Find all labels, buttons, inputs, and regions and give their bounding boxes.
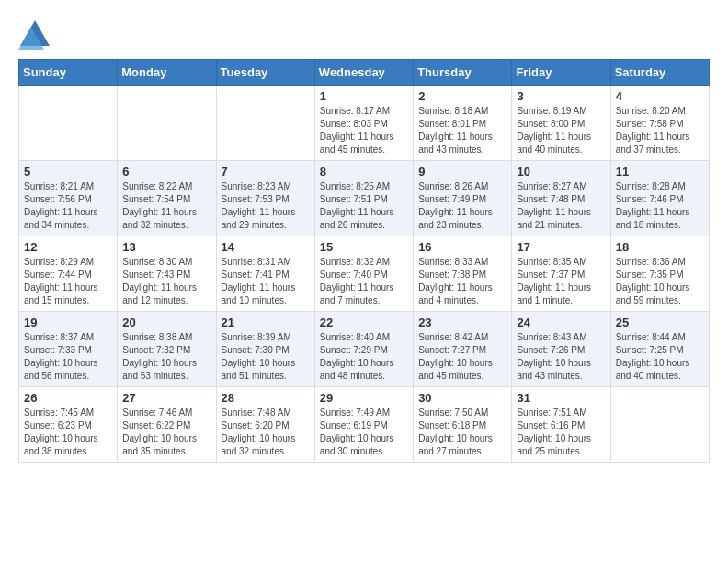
calendar-cell: 15Sunrise: 8:32 AM Sunset: 7:40 PM Dayli… [314,236,413,312]
day-number: 31 [517,391,605,405]
day-info: Sunrise: 8:31 AM Sunset: 7:41 PM Dayligh… [222,256,310,307]
calendar-cell: 10Sunrise: 8:27 AM Sunset: 7:48 PM Dayli… [512,161,610,236]
day-info: Sunrise: 8:25 AM Sunset: 7:51 PM Dayligh… [320,180,408,232]
calendar-cell: 20Sunrise: 8:38 AM Sunset: 7:32 PM Dayli… [118,312,216,387]
day-number: 26 [24,391,112,405]
day-info: Sunrise: 8:20 AM Sunset: 7:58 PM Dayligh… [616,105,704,156]
day-number: 7 [222,165,310,178]
day-info: Sunrise: 7:45 AM Sunset: 6:23 PM Dayligh… [24,407,112,458]
day-number: 22 [320,316,408,329]
day-info: Sunrise: 8:26 AM Sunset: 7:49 PM Dayligh… [418,180,506,232]
calendar-cell: 30Sunrise: 7:50 AM Sunset: 6:18 PM Dayli… [414,387,512,463]
day-info: Sunrise: 8:38 AM Sunset: 7:32 PM Dayligh… [122,331,210,383]
calendar-header-row: SundayMondayTuesdayWednesdayThursdayFrid… [19,60,710,86]
calendar-cell: 1Sunrise: 8:17 AM Sunset: 8:03 PM Daylig… [314,86,413,161]
week-row-2: 5Sunrise: 8:21 AM Sunset: 7:56 PM Daylig… [19,161,710,236]
calendar-cell: 11Sunrise: 8:28 AM Sunset: 7:46 PM Dayli… [610,161,709,236]
day-info: Sunrise: 8:40 AM Sunset: 7:29 PM Dayligh… [320,331,408,383]
calendar-cell: 24Sunrise: 8:43 AM Sunset: 7:26 PM Dayli… [512,312,610,387]
day-info: Sunrise: 8:32 AM Sunset: 7:40 PM Dayligh… [320,256,408,307]
calendar-cell: 22Sunrise: 8:40 AM Sunset: 7:29 PM Dayli… [314,312,413,387]
day-number: 29 [320,391,408,405]
day-number: 30 [418,391,506,405]
day-info: Sunrise: 8:39 AM Sunset: 7:30 PM Dayligh… [222,331,310,383]
calendar-cell: 19Sunrise: 8:37 AM Sunset: 7:33 PM Dayli… [19,312,118,387]
calendar-cell: 27Sunrise: 7:46 AM Sunset: 6:22 PM Dayli… [118,387,216,463]
day-number: 13 [122,240,210,254]
day-info: Sunrise: 8:28 AM Sunset: 7:46 PM Dayligh… [616,180,704,232]
header-tuesday: Tuesday [216,60,314,86]
day-number: 6 [122,165,210,178]
header-thursday: Thursday [414,60,512,86]
day-number: 17 [517,240,605,254]
calendar-cell: 8Sunrise: 8:25 AM Sunset: 7:51 PM Daylig… [314,161,413,236]
week-row-1: 1Sunrise: 8:17 AM Sunset: 8:03 PM Daylig… [19,86,710,161]
day-info: Sunrise: 7:48 AM Sunset: 6:20 PM Dayligh… [222,407,310,458]
day-number: 27 [122,391,210,405]
day-info: Sunrise: 7:51 AM Sunset: 6:16 PM Dayligh… [517,407,605,458]
day-info: Sunrise: 8:19 AM Sunset: 8:00 PM Dayligh… [517,105,605,156]
calendar-cell: 9Sunrise: 8:26 AM Sunset: 7:49 PM Daylig… [414,161,512,236]
calendar-cell: 25Sunrise: 8:44 AM Sunset: 7:25 PM Dayli… [610,312,709,387]
header-wednesday: Wednesday [314,60,413,86]
calendar-cell [216,86,314,161]
page-header [18,18,710,52]
day-number: 16 [418,240,506,254]
day-number: 8 [320,165,408,178]
logo [18,18,57,52]
calendar-table: SundayMondayTuesdayWednesdayThursdayFrid… [18,59,710,463]
calendar-cell: 12Sunrise: 8:29 AM Sunset: 7:44 PM Dayli… [19,236,118,312]
calendar-cell: 17Sunrise: 8:35 AM Sunset: 7:37 PM Dayli… [512,236,610,312]
day-number: 15 [320,240,408,254]
calendar-cell: 7Sunrise: 8:23 AM Sunset: 7:53 PM Daylig… [216,161,314,236]
day-number: 9 [418,165,506,178]
calendar-cell: 4Sunrise: 8:20 AM Sunset: 7:58 PM Daylig… [610,86,709,161]
day-number: 23 [418,316,506,329]
day-number: 18 [616,240,704,254]
calendar-cell: 6Sunrise: 8:22 AM Sunset: 7:54 PM Daylig… [118,161,216,236]
calendar-cell [610,387,709,463]
day-info: Sunrise: 8:29 AM Sunset: 7:44 PM Dayligh… [24,256,112,307]
day-info: Sunrise: 8:36 AM Sunset: 7:35 PM Dayligh… [616,256,704,307]
calendar-cell: 29Sunrise: 7:49 AM Sunset: 6:19 PM Dayli… [314,387,413,463]
calendar-cell: 16Sunrise: 8:33 AM Sunset: 7:38 PM Dayli… [414,236,512,312]
day-number: 5 [24,165,112,178]
day-number: 10 [517,165,605,178]
calendar-cell: 2Sunrise: 8:18 AM Sunset: 8:01 PM Daylig… [414,86,512,161]
day-info: Sunrise: 8:44 AM Sunset: 7:25 PM Dayligh… [616,331,704,383]
day-info: Sunrise: 7:50 AM Sunset: 6:18 PM Dayligh… [418,407,506,458]
day-info: Sunrise: 8:42 AM Sunset: 7:27 PM Dayligh… [418,331,506,383]
week-row-4: 19Sunrise: 8:37 AM Sunset: 7:33 PM Dayli… [19,312,710,387]
calendar-cell: 5Sunrise: 8:21 AM Sunset: 7:56 PM Daylig… [19,161,118,236]
header-saturday: Saturday [610,60,709,86]
day-number: 19 [24,316,112,329]
day-info: Sunrise: 8:43 AM Sunset: 7:26 PM Dayligh… [517,331,605,383]
week-row-3: 12Sunrise: 8:29 AM Sunset: 7:44 PM Dayli… [19,236,710,312]
day-number: 4 [616,89,704,103]
calendar-cell: 18Sunrise: 8:36 AM Sunset: 7:35 PM Dayli… [610,236,709,312]
day-number: 12 [24,240,112,254]
day-info: Sunrise: 8:21 AM Sunset: 7:56 PM Dayligh… [24,180,112,232]
calendar-cell: 31Sunrise: 7:51 AM Sunset: 6:16 PM Dayli… [512,387,610,463]
header-friday: Friday [512,60,610,86]
day-info: Sunrise: 8:37 AM Sunset: 7:33 PM Dayligh… [24,331,112,383]
calendar-cell: 14Sunrise: 8:31 AM Sunset: 7:41 PM Dayli… [216,236,314,312]
week-row-5: 26Sunrise: 7:45 AM Sunset: 6:23 PM Dayli… [19,387,710,463]
day-number: 2 [418,89,506,103]
day-info: Sunrise: 8:30 AM Sunset: 7:43 PM Dayligh… [122,256,210,307]
day-info: Sunrise: 7:46 AM Sunset: 6:22 PM Dayligh… [122,407,210,458]
day-number: 24 [517,316,605,329]
day-info: Sunrise: 8:22 AM Sunset: 7:54 PM Dayligh… [122,180,210,232]
header-sunday: Sunday [19,60,118,86]
calendar-cell: 28Sunrise: 7:48 AM Sunset: 6:20 PM Dayli… [216,387,314,463]
day-info: Sunrise: 8:27 AM Sunset: 7:48 PM Dayligh… [517,180,605,232]
day-number: 11 [616,165,704,178]
day-info: Sunrise: 8:23 AM Sunset: 7:53 PM Dayligh… [222,180,310,232]
day-number: 14 [222,240,310,254]
day-info: Sunrise: 8:33 AM Sunset: 7:38 PM Dayligh… [418,256,506,307]
calendar-cell: 23Sunrise: 8:42 AM Sunset: 7:27 PM Dayli… [414,312,512,387]
day-number: 20 [122,316,210,329]
day-info: Sunrise: 7:49 AM Sunset: 6:19 PM Dayligh… [320,407,408,458]
calendar-cell: 13Sunrise: 8:30 AM Sunset: 7:43 PM Dayli… [118,236,216,312]
day-number: 25 [616,316,704,329]
